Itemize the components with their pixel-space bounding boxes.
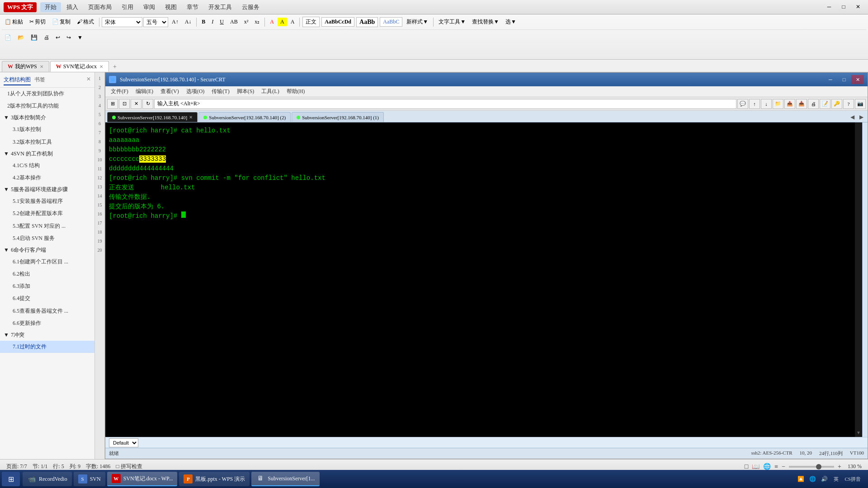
securecrt-minimize[interactable]: ─ bbox=[824, 75, 837, 84]
copy-button[interactable]: 📄 复制 bbox=[49, 17, 73, 27]
view-reading-btn[interactable]: 📖 bbox=[752, 463, 760, 470]
zoom-out-btn[interactable]: − bbox=[782, 463, 785, 470]
tab-svndoc[interactable]: W SVN笔记.docx ✕ bbox=[50, 61, 109, 72]
sidebar-item-71[interactable]: 7.1过时的文件 bbox=[0, 341, 94, 353]
sidebar-item-31[interactable]: 3.1版本控制 bbox=[0, 123, 94, 136]
sidebar-item-1[interactable]: 1从个人开发到团队协作 bbox=[0, 88, 94, 100]
tab-mywps-close[interactable]: ✕ bbox=[40, 64, 43, 69]
zoom-slider[interactable] bbox=[789, 466, 834, 468]
style-h3[interactable]: AaBbC bbox=[380, 17, 402, 27]
sidebar-item-62[interactable]: 6.2检出 bbox=[0, 268, 94, 280]
menu-layout[interactable]: 页面布局 bbox=[84, 2, 116, 12]
undo[interactable]: ↩ bbox=[53, 33, 63, 42]
sidebar-sec5-header[interactable]: ▼ 5服务器端环境搭建步骤 bbox=[0, 184, 94, 195]
sidebar-item-66[interactable]: 6.6更新操作 bbox=[0, 317, 94, 329]
font-color-button[interactable]: A bbox=[267, 18, 277, 26]
sidebar-close-button[interactable]: ✕ bbox=[86, 76, 91, 85]
scrt-menu-edit[interactable]: 编辑(E) bbox=[132, 87, 157, 96]
terminal[interactable]: [root@rich harry]# cat hello.txt aaaaaaa… bbox=[105, 122, 855, 437]
scrt-help[interactable]: ? bbox=[843, 99, 854, 109]
scrt-zmodem[interactable]: 📥 bbox=[796, 99, 807, 109]
sidebar-item-53[interactable]: 5.3配置 SVN 对应的 ... bbox=[0, 220, 94, 232]
scrt-download[interactable]: ↓ bbox=[761, 99, 772, 109]
scrt-tab-btn[interactable]: ⊡ bbox=[119, 99, 130, 109]
scrt-menu-view[interactable]: 查看(V) bbox=[157, 87, 183, 96]
view-web-btn[interactable]: 🌐 bbox=[763, 463, 771, 470]
font-select[interactable]: 宋体 bbox=[102, 17, 142, 27]
italic-button[interactable]: I bbox=[209, 18, 216, 26]
menu-chapter[interactable]: 章节 bbox=[182, 2, 203, 12]
status-spell[interactable]: □ 拼写检查 bbox=[113, 463, 145, 470]
shade-button[interactable]: A bbox=[288, 18, 297, 26]
underline-button[interactable]: U bbox=[217, 18, 226, 26]
menu-devtools[interactable]: 开发工具 bbox=[204, 2, 236, 12]
cut-button[interactable]: ✂ 剪切 bbox=[27, 17, 48, 27]
scrt-send-chat[interactable]: 💬 bbox=[737, 99, 748, 109]
restore-button[interactable]: □ bbox=[837, 2, 850, 12]
sidebar-item-54[interactable]: 5.4启动 SVN 服务 bbox=[0, 232, 94, 244]
zoom-in-btn[interactable]: + bbox=[838, 463, 841, 470]
sidebar-item-51[interactable]: 5.1安装服务器端程序 bbox=[0, 195, 94, 207]
taskbar-ime[interactable]: CS拼音 bbox=[843, 476, 863, 483]
tray-sound-icon[interactable]: 🔊 bbox=[820, 474, 829, 483]
text-tools[interactable]: 文字工具▼ bbox=[436, 17, 468, 27]
sidebar-sec3-header[interactable]: ▼ 3版本控制简介 bbox=[0, 112, 94, 123]
file-save[interactable]: 💾 bbox=[28, 33, 40, 42]
securecrt-close[interactable]: ✕ bbox=[851, 75, 864, 84]
scrt-upload[interactable]: ↑ bbox=[749, 99, 760, 109]
format-button[interactable]: 🖌 格式 bbox=[74, 17, 97, 27]
sidebar-item-52[interactable]: 5.2创建并配置版本库 bbox=[0, 207, 94, 220]
scroll-down-btn[interactable]: ▼ bbox=[856, 430, 861, 435]
panel-expand-btn[interactable] bbox=[863, 426, 867, 437]
session-tab-1[interactable]: SubversionServer[192.168.70.140] ✕ bbox=[107, 112, 198, 122]
sidebar-item-32[interactable]: 3.2版本控制工具 bbox=[0, 136, 94, 148]
close-button[interactable]: ✕ bbox=[852, 2, 864, 12]
redo[interactable]: ↪ bbox=[64, 33, 74, 42]
find-replace[interactable]: 查找替换▼ bbox=[469, 17, 502, 27]
session-tab-2[interactable]: SubversionServer[192.168.70.140] (2) bbox=[198, 112, 291, 122]
highlight-button[interactable]: A bbox=[278, 18, 287, 26]
scrt-menu-file[interactable]: 文件(F) bbox=[107, 87, 132, 96]
sidebar-item-41[interactable]: 4.1C/S 结构 bbox=[0, 160, 94, 172]
quick-toolbar-more[interactable]: ▼ bbox=[75, 33, 85, 42]
select-all[interactable]: 选▼ bbox=[503, 17, 519, 27]
scrt-menu-script[interactable]: 脚本(S) bbox=[233, 87, 258, 96]
sidebar-tab-structure[interactable]: 文档结构图 bbox=[4, 76, 31, 85]
scrt-xmodem[interactable]: 📤 bbox=[784, 99, 795, 109]
start-button[interactable]: ⊞ bbox=[2, 472, 20, 486]
securecrt-maximize[interactable]: □ bbox=[838, 75, 850, 84]
file-new[interactable]: 📄 bbox=[2, 33, 14, 42]
session-scroll-left[interactable]: ◀ bbox=[848, 112, 857, 122]
scrt-address-bar[interactable]: 输入主机 <Alt+R> bbox=[154, 99, 736, 109]
menu-review[interactable]: 审阅 bbox=[139, 2, 160, 12]
file-print[interactable]: 🖨 bbox=[41, 33, 52, 42]
scrt-sftp[interactable]: 📁 bbox=[773, 99, 783, 109]
sidebar-tab-bookmark[interactable]: 书签 bbox=[34, 76, 45, 85]
taskbar-recordvedio[interactable]: 📹 RecordVedio bbox=[23, 472, 72, 486]
tray-network-icon[interactable]: 🌐 bbox=[808, 474, 817, 483]
strikethrough-button[interactable]: AB bbox=[227, 18, 241, 26]
sidebar-item-63[interactable]: 6.3添加 bbox=[0, 280, 94, 292]
view-normal-btn[interactable]: □ bbox=[745, 463, 748, 470]
tab-add-button[interactable]: + bbox=[110, 62, 120, 72]
font-size-increase[interactable]: A↑ bbox=[169, 18, 181, 26]
style-h2[interactable]: AaBb bbox=[356, 17, 378, 27]
tab-mywps[interactable]: W 我的WPS ✕ bbox=[2, 61, 49, 72]
minimize-button[interactable]: ─ bbox=[823, 2, 835, 12]
scrt-reconnect-btn[interactable]: ↻ bbox=[142, 99, 153, 109]
taskbar-scrt[interactable]: 🖥 SubversionServer[1... bbox=[251, 472, 319, 486]
session-tab-3[interactable]: SubversionServer[192.168.70.140] (1) bbox=[292, 112, 384, 122]
scrt-print[interactable]: 🖨 bbox=[808, 99, 819, 109]
taskbar-svn[interactable]: S SVN bbox=[74, 472, 105, 486]
wps-logo[interactable]: WPS 文字 bbox=[4, 2, 37, 12]
menu-insert[interactable]: 插入 bbox=[62, 2, 83, 12]
scrt-log[interactable]: 📝 bbox=[820, 99, 830, 109]
scrt-menu-transfer[interactable]: 传输(T) bbox=[208, 87, 233, 96]
sidebar-item-64[interactable]: 6.4提交 bbox=[0, 292, 94, 305]
font-size-select[interactable]: 五号 bbox=[143, 17, 168, 27]
tab-svndoc-close[interactable]: ✕ bbox=[99, 64, 103, 69]
menu-view[interactable]: 视图 bbox=[160, 2, 181, 12]
scrt-menu-help[interactable]: 帮助(H) bbox=[283, 87, 309, 96]
menu-reference[interactable]: 引用 bbox=[117, 2, 138, 12]
scrt-menu-options[interactable]: 选项(O) bbox=[183, 87, 208, 96]
